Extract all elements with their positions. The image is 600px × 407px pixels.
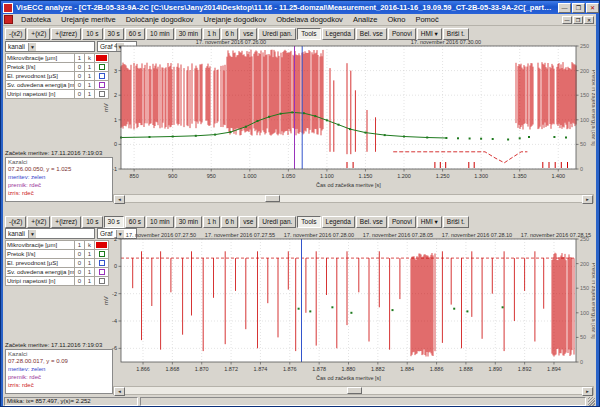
chart-text: 250 <box>580 236 589 242</box>
scroll-left-icon[interactable]: ◄ <box>114 195 125 204</box>
chart-text: 1.886 <box>430 366 444 372</box>
chart-text: 17. november 2016 07.27.50 <box>126 232 196 238</box>
chart-text: 3 <box>114 68 117 74</box>
toolbar-button-izrez[interactable]: +(izrez) <box>51 216 81 228</box>
mdi-window-controls: — ❐ ✕ <box>562 16 594 24</box>
scroll-right-icon[interactable]: ► <box>582 387 593 396</box>
channel-row-el-prevodnost-s[interactable]: El. prevodnost [μS]01 <box>6 72 109 81</box>
panel2-channel-table: Mikrovibracije [μm]1kPretok [l/s]01El. p… <box>5 240 109 286</box>
toolbar-button-x2[interactable]: -(x2) <box>5 28 26 40</box>
chart-text: 1.888 <box>459 366 473 372</box>
toolbar-button-6-h[interactable]: 6 h <box>221 216 238 228</box>
chart-text: 100 <box>580 310 589 316</box>
menu-item-okno[interactable]: Okno <box>382 15 410 24</box>
chart-text: 1.868 <box>165 366 179 372</box>
mdi-minimize-icon[interactable]: — <box>562 16 572 24</box>
client-area: DatotekaUrejanje meritveDoločanje dogodk… <box>3 14 596 406</box>
chart-text: 1.882 <box>371 366 385 372</box>
cursor-box-value: 07.28.00.017, y = 0.09 <box>8 358 110 365</box>
toolbar-button-bel-vse[interactable]: Bel. vse <box>356 216 387 228</box>
toolbar-button-30-min[interactable]: 30 min <box>175 216 203 228</box>
chart-text: -4 <box>112 318 117 324</box>
toolbar-button-tools[interactable]: Tools <box>297 216 320 228</box>
menu-item-pomo[interactable]: Pomoč <box>410 15 443 24</box>
channel-selector[interactable]: kanali▼ <box>5 41 95 52</box>
scroll-right-icon[interactable]: ► <box>582 195 593 204</box>
y-axis-left-label: mV <box>103 103 109 112</box>
menu-items: DatotekaUrejanje meritveDoločanje dogodk… <box>16 15 444 25</box>
maximize-icon[interactable]: ❐ <box>572 3 585 13</box>
panel1-scroll-track[interactable] <box>125 195 582 202</box>
chart-text: 17. november 2016 07.26.00 <box>196 39 266 45</box>
minimize-icon[interactable]: — <box>558 3 571 13</box>
panel2-cursor-box: Kazalci 07.28.00.017, y = 0.09 meritev: … <box>5 349 113 394</box>
toolbar-button-hmi[interactable]: HMI ▾ <box>417 216 442 228</box>
mdi-close-icon[interactable]: ✕ <box>584 16 594 24</box>
title-bar[interactable]: VisECC analyze - [CT-2B-05-33-9A-2C [C:\… <box>1 1 600 14</box>
chart-text: 50 <box>580 141 586 147</box>
close-icon[interactable]: ✕ <box>586 3 599 13</box>
cursor-legend-line: meritev: zelen <box>8 174 110 181</box>
channel-selector[interactable]: kanali▼ <box>5 228 95 239</box>
chart-text: 1.150 <box>359 173 373 179</box>
panel2-toolbar: -(x2)+(x2)+(izrez)10 s30 s60 s10 min30 m… <box>5 215 469 228</box>
scroll-left-icon[interactable]: ◄ <box>114 387 125 396</box>
mdi-restore-icon[interactable]: ❐ <box>573 16 583 24</box>
chart-text: 4 <box>114 43 117 49</box>
toolbar-button-legenda[interactable]: Legenda <box>322 216 355 228</box>
panel2-scrollbar[interactable]: ◄ ► <box>113 386 594 395</box>
panel2-scroll-track[interactable] <box>125 387 582 394</box>
panel2-scroll-thumb[interactable] <box>347 387 362 394</box>
toolbar-button-x2[interactable]: +(x2) <box>27 28 50 40</box>
channel-row-sv-odvedena-energija-mv[interactable]: Sv. odvedena energija [mV]01 <box>6 268 109 277</box>
panel2-start-time: Začetek meritve: 17.11.2016 7:19:03 <box>5 342 111 348</box>
channel-row-utripi-napetosti-n[interactable]: Utripi napetosti [n]01 <box>6 277 109 286</box>
toolbar-button-10-min[interactable]: 10 min <box>146 216 174 228</box>
toolbar-button-x2[interactable]: -(x2) <box>5 216 26 228</box>
channel-row-pretok-l-s[interactable]: Pretok [l/s]01 <box>6 63 109 72</box>
toolbar-button-izrez[interactable]: +(izrez) <box>51 28 81 40</box>
cursor-box-title: Kazalci <box>8 159 110 166</box>
chart-text: 200 <box>580 68 589 74</box>
toolbar-button-10-s[interactable]: 10 s <box>82 28 102 40</box>
chart-text: 0 <box>114 141 117 147</box>
chart-text: 0 <box>114 263 117 269</box>
channel-row-sv-odvedena-energija-mv[interactable]: Sv. odvedena energija [mV]01 <box>6 81 109 90</box>
toolbar-button-uredi-pan[interactable]: Uredi pan. <box>258 216 296 228</box>
channel-row-mikrovibracije-m[interactable]: Mikrovibracije [μm]1k <box>6 54 109 63</box>
toolbar-button-ponovi[interactable]: Ponovi <box>388 216 416 228</box>
status-spacer <box>140 397 586 406</box>
toolbar-button-1-h[interactable]: 1 h <box>203 216 220 228</box>
toolbar-button-bri-i-t[interactable]: Briši t. <box>443 216 469 228</box>
resize-grip-icon[interactable] <box>588 397 595 406</box>
channel-row-utripi-napetosti-n[interactable]: Utripi napetosti [n]01 <box>6 90 109 99</box>
menu-item-dolo-anje-dogodkov[interactable]: Določanje dogodkov <box>121 15 199 24</box>
panel1-scrollbar[interactable]: ◄ ► <box>113 194 594 203</box>
chart-text: 2 <box>114 92 117 98</box>
bottom-chart[interactable]: 17. november 2016 07.27.5017. november 2… <box>101 231 595 387</box>
menu-item-urejanje-dogodkov[interactable]: Urejanje dogodkov <box>199 15 272 24</box>
menu-item-analize[interactable]: Analize <box>348 15 383 24</box>
chart-text: 1.892 <box>518 366 532 372</box>
toolbar-button-x2[interactable]: +(x2) <box>27 216 50 228</box>
menu-item-datoteka[interactable]: Datoteka <box>16 15 56 24</box>
toolbar-button-vse[interactable]: vse <box>239 216 257 228</box>
toolbar-button-30-s[interactable]: 30 s <box>104 216 124 228</box>
top-chart[interactable]: 17. november 2016 07.26.0017. november 2… <box>101 38 595 194</box>
chart-text: 17. november 2016 07.30.00 <box>411 39 481 45</box>
chart-text: 17. november 2016 07.27.55 <box>205 232 275 238</box>
toolbar-button-10-s[interactable]: 10 s <box>82 216 102 228</box>
toolbar-button-60-s[interactable]: 60 s <box>125 216 145 228</box>
chart-text: 0 <box>580 359 583 365</box>
panel1-scroll-thumb[interactable] <box>265 195 280 202</box>
menu-item-urejanje-meritve[interactable]: Urejanje meritve <box>56 15 121 24</box>
menu-item-obdelava-dogodkov[interactable]: Obdelava dogodkov <box>271 15 348 24</box>
window-title: VisECC analyze - [CT-2B-05-33-9A-2C [C:\… <box>16 3 555 12</box>
panel1-cursor-legend: meritev: zelenpremik: rdečizris: rdeč <box>8 174 110 197</box>
cursor-legend-line: premik: rdeč <box>8 182 110 189</box>
menu-bar: DatotekaUrejanje meritveDoločanje dogodk… <box>3 14 596 26</box>
channel-row-mikrovibracije-m[interactable]: Mikrovibracije [μm]1k <box>6 241 109 250</box>
channel-row-pretok-l-s[interactable]: Pretok [l/s]01 <box>6 250 109 259</box>
y-axis-right-label: Pretok in zajeta energija [bar s] <box>591 263 595 339</box>
channel-row-el-prevodnost-s[interactable]: El. prevodnost [μS]01 <box>6 259 109 268</box>
